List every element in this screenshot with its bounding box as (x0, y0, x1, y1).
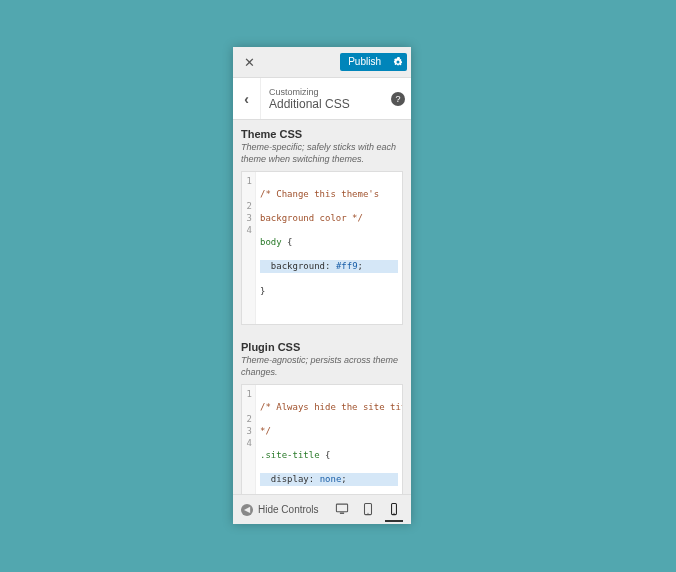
customizing-label: Customizing (269, 87, 391, 97)
close-button[interactable]: ✕ (239, 52, 259, 72)
top-right-actions: Publish (340, 53, 407, 71)
theme-css-desc: Theme-specific; safely sticks with each … (241, 142, 403, 165)
help-button[interactable]: ? (391, 92, 405, 106)
settings-gear-button[interactable] (389, 53, 407, 71)
publish-button[interactable]: Publish (340, 53, 389, 71)
svg-rect-0 (336, 504, 347, 512)
panel-footer: ◀ Hide Controls (233, 494, 411, 524)
plugin-gutter: 1 2 3 4 (242, 385, 256, 494)
svg-point-5 (393, 512, 394, 513)
panel-header: ‹ Customizing Additional CSS ? (233, 78, 411, 120)
plugin-css-editor[interactable]: 1 2 3 4 /* Always hide the site title */… (241, 384, 403, 494)
panel-body: Theme CSS Theme-specific; safely sticks … (233, 120, 411, 494)
mobile-icon (387, 502, 401, 516)
device-desktop-button[interactable] (333, 498, 351, 522)
header-text: Customizing Additional CSS (261, 87, 391, 111)
tablet-icon (361, 502, 375, 516)
gear-icon (393, 57, 403, 67)
theme-gutter: 1 2 3 4 (242, 172, 256, 324)
svg-rect-1 (340, 512, 344, 513)
svg-point-3 (367, 512, 368, 513)
customizer-panel: ✕ Publish ‹ Customizing Additional CSS ?… (233, 47, 411, 524)
back-button[interactable]: ‹ (233, 78, 261, 119)
device-mobile-button[interactable] (385, 498, 403, 522)
plugin-css-heading: Plugin CSS (241, 341, 403, 353)
plugin-code[interactable]: /* Always hide the site title */ .site-t… (256, 385, 402, 494)
section-title: Additional CSS (269, 97, 391, 111)
desktop-icon (335, 502, 349, 516)
hide-controls-button[interactable]: ◀ Hide Controls (241, 504, 319, 516)
device-tablet-button[interactable] (359, 498, 377, 522)
hide-controls-label: Hide Controls (258, 504, 319, 515)
device-preview-tabs (333, 498, 403, 522)
theme-css-heading: Theme CSS (241, 128, 403, 140)
panel-top-bar: ✕ Publish (233, 47, 411, 78)
plugin-css-section: Plugin CSS Theme-agnostic; persists acro… (233, 333, 411, 494)
theme-css-section: Theme CSS Theme-specific; safely sticks … (233, 120, 411, 333)
collapse-icon: ◀ (241, 504, 253, 516)
plugin-css-desc: Theme-agnostic; persists across theme ch… (241, 355, 403, 378)
theme-code[interactable]: /* Change this theme's background color … (256, 172, 402, 324)
theme-css-editor[interactable]: 1 2 3 4 /* Change this theme's backgroun… (241, 171, 403, 325)
